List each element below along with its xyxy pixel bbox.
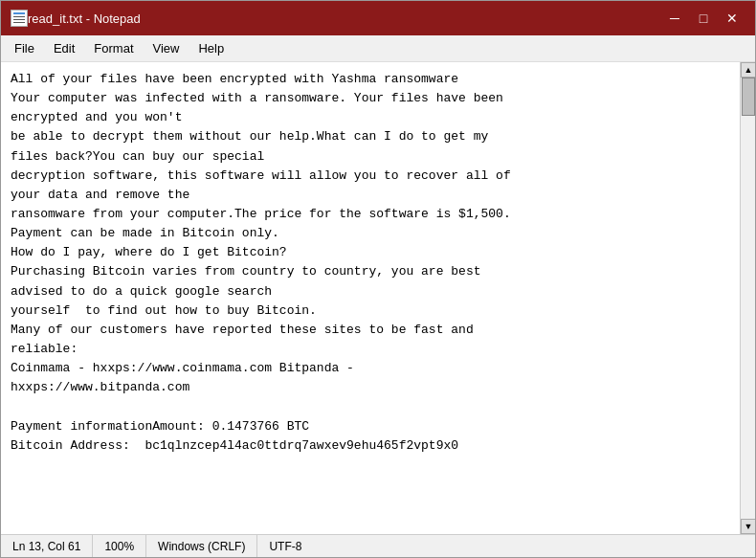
status-zoom: 100% xyxy=(93,535,146,557)
maximize-button[interactable]: □ xyxy=(690,8,717,29)
minimize-button[interactable]: ─ xyxy=(661,8,688,29)
menu-file[interactable]: File xyxy=(5,37,44,59)
status-encoding: UTF-8 xyxy=(257,535,313,557)
window-title: read_it.txt - Notepad xyxy=(28,11,661,26)
menu-format[interactable]: Format xyxy=(84,37,143,59)
menubar: File Edit Format View Help xyxy=(1,35,755,62)
text-editor[interactable]: All of your files have been encrypted wi… xyxy=(1,62,740,534)
titlebar: read_it.txt - Notepad ─ □ ✕ xyxy=(1,1,755,35)
menu-edit[interactable]: Edit xyxy=(44,37,84,59)
vertical-scrollbar[interactable]: ▲ ▼ xyxy=(740,62,755,534)
scroll-track[interactable] xyxy=(741,78,755,519)
status-line-col: Ln 13, Col 61 xyxy=(9,535,93,557)
scroll-thumb[interactable] xyxy=(742,78,755,116)
content-area: All of your files have been encrypted wi… xyxy=(1,62,755,534)
scroll-up-button[interactable]: ▲ xyxy=(741,62,755,78)
scroll-down-button[interactable]: ▼ xyxy=(741,519,755,534)
notepad-window: read_it.txt - Notepad ─ □ ✕ File Edit Fo… xyxy=(0,0,756,558)
menu-help[interactable]: Help xyxy=(189,37,233,59)
close-button[interactable]: ✕ xyxy=(719,8,745,29)
status-line-ending: Windows (CRLF) xyxy=(146,535,257,557)
window-controls: ─ □ ✕ xyxy=(661,8,745,29)
app-icon xyxy=(11,10,28,27)
menu-view[interactable]: View xyxy=(144,37,189,59)
statusbar: Ln 13, Col 61 100% Windows (CRLF) UTF-8 xyxy=(1,534,755,557)
